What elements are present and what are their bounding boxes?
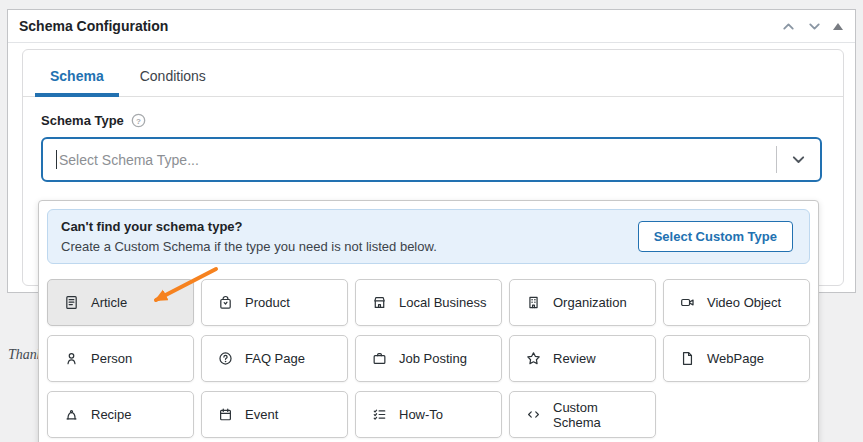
- schema-type-item-label: Review: [553, 351, 596, 366]
- schema-type-item-webpage[interactable]: WebPage: [663, 335, 810, 382]
- schema-type-item-label: WebPage: [707, 351, 764, 366]
- schema-type-item-label: Person: [91, 351, 132, 366]
- job-icon: [372, 351, 387, 366]
- schema-type-item-label: Video Object: [707, 295, 781, 310]
- schema-type-item-label: Custom Schema: [553, 400, 647, 430]
- schema-type-item-label: Article: [91, 295, 127, 310]
- tab-conditions[interactable]: Conditions: [122, 63, 224, 96]
- review-icon: [526, 351, 541, 366]
- tab-bar: Schema Conditions: [23, 50, 843, 97]
- select-custom-type-button[interactable]: Select Custom Type: [638, 221, 793, 252]
- schema-type-select-input[interactable]: [59, 152, 776, 168]
- video-icon: [680, 295, 695, 310]
- how-to-icon: [372, 407, 387, 422]
- schema-type-item-local-business[interactable]: Local Business: [355, 279, 502, 326]
- svg-text:?: ?: [136, 117, 141, 126]
- schema-type-item-code[interactable]: Custom Schema: [509, 391, 656, 438]
- help-icon[interactable]: ?: [131, 113, 146, 128]
- schema-type-item-event[interactable]: Event: [201, 391, 348, 438]
- article-icon: [64, 295, 79, 310]
- schema-type-item-person[interactable]: Person: [47, 335, 194, 382]
- schema-type-label-text: Schema Type: [41, 113, 124, 128]
- custom-schema-notice: Can't find your schema type? Create a Cu…: [47, 209, 810, 264]
- notice-title: Can't find your schema type?: [61, 219, 437, 234]
- schema-type-item-label: Recipe: [91, 407, 131, 422]
- select-divider: [776, 146, 777, 173]
- schema-type-item-label: Event: [245, 407, 278, 422]
- schema-type-item-article[interactable]: Article: [47, 279, 194, 326]
- faq-icon: [218, 351, 233, 366]
- schema-type-item-label: How-To: [399, 407, 443, 422]
- metabox-header: Schema Configuration: [8, 10, 855, 43]
- schema-type-item-job[interactable]: Job Posting: [355, 335, 502, 382]
- webpage-icon: [680, 351, 695, 366]
- move-down-icon[interactable]: [807, 19, 822, 34]
- schema-type-item-label: Job Posting: [399, 351, 467, 366]
- metabox-title: Schema Configuration: [19, 18, 781, 34]
- schema-type-item-label: FAQ Page: [245, 351, 305, 366]
- notice-description: Create a Custom Schema if the type you n…: [61, 239, 437, 254]
- move-up-icon[interactable]: [781, 19, 796, 34]
- schema-type-grid: ArticleProductLocal BusinessOrganization…: [47, 279, 810, 438]
- collapse-toggle-icon[interactable]: [833, 23, 843, 30]
- schema-type-item-label: Local Business: [399, 295, 486, 310]
- schema-type-item-label: Product: [245, 295, 290, 310]
- schema-type-field-label: Schema Type ?: [41, 113, 843, 128]
- product-icon: [218, 295, 233, 310]
- code-icon: [526, 407, 541, 422]
- text-caret: [56, 150, 57, 169]
- schema-type-select[interactable]: [41, 137, 822, 182]
- schema-type-item-label: Organization: [553, 295, 627, 310]
- schema-type-item-how-to[interactable]: How-To: [355, 391, 502, 438]
- tab-schema[interactable]: Schema: [32, 63, 122, 96]
- schema-type-item-product[interactable]: Product: [201, 279, 348, 326]
- schema-type-dropdown: Can't find your schema type? Create a Cu…: [38, 200, 819, 442]
- local-business-icon: [372, 295, 387, 310]
- notice-text: Can't find your schema type? Create a Cu…: [61, 219, 437, 254]
- recipe-icon: [64, 407, 79, 422]
- organization-icon: [526, 295, 541, 310]
- event-icon: [218, 407, 233, 422]
- metabox-controls: [781, 19, 843, 34]
- schema-type-item-organization[interactable]: Organization: [509, 279, 656, 326]
- person-icon: [64, 351, 79, 366]
- schema-type-item-faq[interactable]: FAQ Page: [201, 335, 348, 382]
- schema-type-item-recipe[interactable]: Recipe: [47, 391, 194, 438]
- screen: Thank Schema Configuration Schem: [0, 0, 863, 442]
- schema-type-item-review[interactable]: Review: [509, 335, 656, 382]
- chevron-down-icon[interactable]: [790, 151, 807, 168]
- schema-type-item-video[interactable]: Video Object: [663, 279, 810, 326]
